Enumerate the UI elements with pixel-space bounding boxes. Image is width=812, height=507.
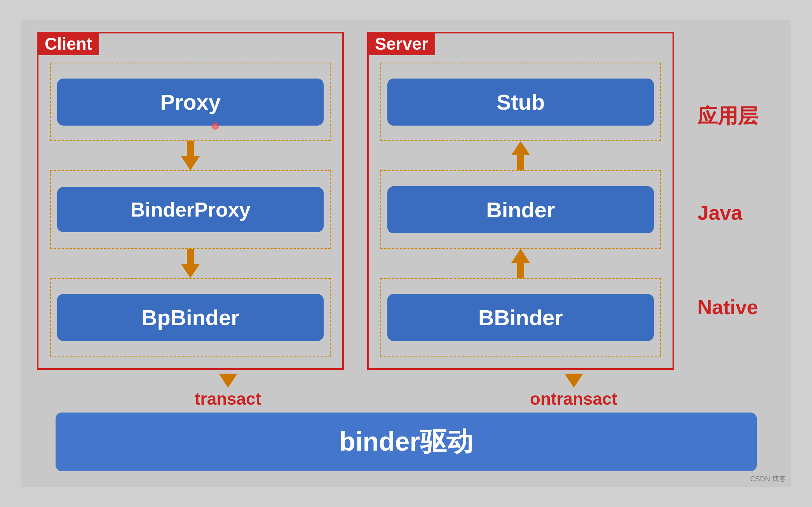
arrow-head bbox=[181, 264, 200, 278]
app-layer-label: 应用层 bbox=[697, 75, 775, 130]
java-layer-label: Java bbox=[697, 201, 775, 224]
server-row-stub: Stub bbox=[380, 63, 661, 141]
bottom-arrows: transact ontransact bbox=[37, 374, 775, 409]
arrow-head bbox=[511, 141, 530, 155]
bottom-section: transact ontransact binder驱动 bbox=[37, 374, 775, 471]
transact-head bbox=[219, 374, 237, 388]
arrow-shaft bbox=[187, 249, 194, 264]
server-rows: Stub Binder BBinder bbox=[380, 63, 661, 357]
client-arrow-2 bbox=[50, 249, 331, 278]
top-section: Client Proxy BinderProxy bbox=[37, 32, 775, 370]
watermark: CSDN 博客 bbox=[750, 474, 786, 484]
binder-box: Binder bbox=[387, 186, 654, 233]
arrow-shaft bbox=[517, 155, 524, 170]
binder-driver-box: binder驱动 bbox=[56, 413, 757, 471]
client-row-proxy: Proxy bbox=[50, 63, 331, 141]
transact-wrapper: transact bbox=[195, 374, 261, 409]
client-arrow-1 bbox=[50, 141, 331, 170]
client-row-binderproxy: BinderProxy bbox=[50, 170, 331, 249]
client-rows: Proxy BinderProxy BpBind bbox=[50, 63, 331, 357]
stub-box: Stub bbox=[387, 79, 654, 126]
arrow-shaft bbox=[187, 141, 194, 156]
client-box: Client Proxy BinderProxy bbox=[37, 32, 344, 370]
client-row-bpbinder: BpBinder bbox=[50, 278, 331, 357]
server-label: Server bbox=[368, 33, 435, 55]
proxy-box: Proxy bbox=[57, 79, 324, 126]
binder-proxy-box: BinderProxy bbox=[57, 187, 324, 232]
server-arrow-1 bbox=[380, 141, 661, 170]
arrow-shaft bbox=[517, 263, 524, 278]
transact-label: transact bbox=[195, 389, 261, 409]
server-box: Server Stub Binder bbox=[367, 32, 674, 370]
native-layer-label: Native bbox=[697, 295, 775, 327]
diagram-container: Client Proxy BinderProxy bbox=[21, 20, 791, 487]
server-row-binder: Binder bbox=[380, 170, 661, 249]
ontransact-head bbox=[565, 374, 583, 388]
arrow-head bbox=[511, 249, 530, 263]
server-arrow-2 bbox=[380, 249, 661, 278]
ontransact-label: ontransact bbox=[530, 389, 617, 409]
bbinder-box: BBinder bbox=[387, 294, 654, 341]
ontransact-wrapper: ontransact bbox=[530, 374, 617, 409]
layer-labels: 应用层 Java Native bbox=[697, 32, 775, 370]
server-row-bbinder: BBinder bbox=[380, 278, 661, 357]
bp-binder-box: BpBinder bbox=[57, 294, 324, 341]
arrow-head bbox=[181, 156, 200, 170]
client-label: Client bbox=[38, 33, 99, 55]
